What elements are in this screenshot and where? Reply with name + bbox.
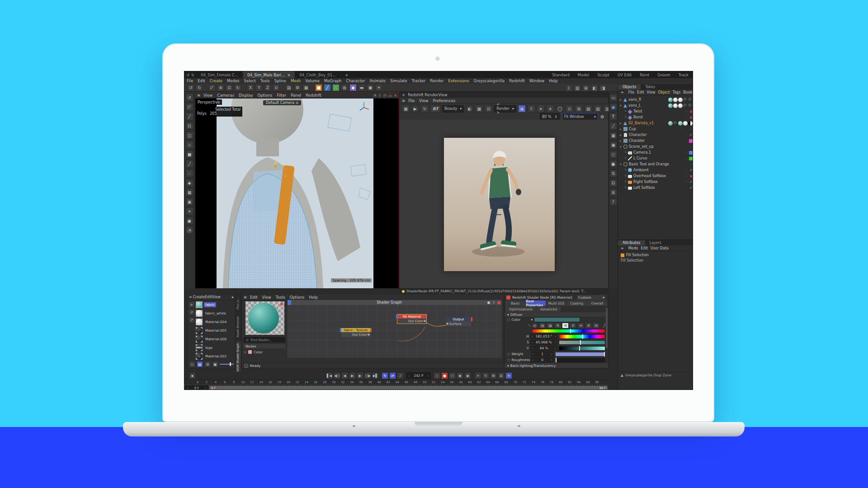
- objects-menu-bookmarks[interactable]: Bookmarks: [682, 90, 693, 94]
- attributes-menu-edit[interactable]: Edit: [640, 246, 650, 250]
- texture-sphere-icon[interactable]: [678, 121, 683, 126]
- shader-graph-menu-edit[interactable]: Edit: [248, 295, 259, 300]
- backlighting-section-header[interactable]: ▾ Back-lighting/Translucency: [505, 363, 608, 368]
- tab-advanced[interactable]: Advanced: [537, 306, 561, 312]
- add-material-button[interactable]: +: [189, 301, 195, 308]
- menu-simulate[interactable]: Simulate: [388, 79, 410, 83]
- tree-row[interactable]: ▸Character··✓: [618, 132, 693, 138]
- expand-icon[interactable]: ▾: [620, 163, 623, 166]
- viewport-menu-filter[interactable]: Filter: [274, 93, 288, 98]
- tree-row[interactable]: ▾vans_L··: [618, 103, 693, 108]
- redo-icon[interactable]: ↻: [191, 73, 196, 77]
- expand-icon[interactable]: ▸: [620, 133, 623, 137]
- greyscalegorilla-drop-zone[interactable]: ▲ Greyscalegorilla Drop Zone: [618, 371, 693, 378]
- image-icon[interactable]: ▨: [547, 323, 553, 328]
- start-render-icon[interactable]: ▦: [402, 105, 410, 113]
- light-tool-icon[interactable]: ✳: [375, 84, 382, 91]
- axis-icon[interactable]: ⊹: [186, 141, 193, 149]
- pen-icon[interactable]: ╱: [186, 160, 193, 168]
- menu-render[interactable]: Render: [428, 79, 446, 83]
- texture-sphere-icon[interactable]: [683, 98, 688, 102]
- cube3d-icon[interactable]: ◼: [610, 103, 617, 111]
- visibility-dots-icon[interactable]: ··: [686, 180, 689, 184]
- sliders-icon[interactable]: ⊟: [593, 323, 599, 328]
- material-menu-edit[interactable]: Edit: [205, 295, 212, 299]
- attributes-menu-user-data[interactable]: User Data: [649, 246, 670, 250]
- anim-dot-icon[interactable]: ○: [507, 358, 510, 362]
- layers-icon[interactable]: ≣: [610, 189, 617, 196]
- layer-swatch[interactable]: [689, 157, 693, 160]
- loop-button[interactable]: ↻: [382, 372, 388, 379]
- roughness-field[interactable]: ‹0›: [531, 357, 554, 362]
- range-start-field[interactable]: ‹0 F›: [185, 385, 208, 390]
- document-tab[interactable]: 04_Sim_Male Bari...×: [243, 71, 295, 78]
- hamburger-icon[interactable]: ≡: [619, 90, 625, 94]
- visibility-dots-icon[interactable]: ··: [685, 110, 688, 113]
- menu-mesh[interactable]: Mesh: [288, 79, 303, 83]
- tree-row[interactable]: └L Curve··: [618, 155, 693, 161]
- renderview-canvas[interactable]: [400, 120, 608, 288]
- saturation-slider[interactable]: [559, 340, 605, 345]
- objects-menu-file[interactable]: File: [627, 90, 636, 94]
- visibility-dots-icon[interactable]: ··: [663, 104, 665, 108]
- output-port[interactable]: [368, 333, 370, 336]
- camera-label[interactable]: Default Camera ⊙: [263, 100, 301, 105]
- compare-arrows-icon[interactable]: ⤡: [528, 324, 530, 328]
- tab-multi-sss[interactable]: Multi-SSS: [546, 300, 566, 306]
- find-nodes-input[interactable]: ⊙ Find Nodes...: [244, 337, 285, 343]
- material-name[interactable]: Material.004: [204, 319, 228, 324]
- light-icon[interactable]: ✳: [186, 207, 193, 215]
- texture-sphere-icon[interactable]: [673, 98, 678, 102]
- workspace-tab-sculpt[interactable]: Sculpt: [593, 73, 613, 77]
- input-port[interactable]: [446, 323, 448, 325]
- material-item[interactable]: ~Material.002: [196, 352, 235, 361]
- tab-base-properties[interactable]: Base Properties: [526, 300, 546, 306]
- workspace-tab-model[interactable]: Model: [574, 73, 594, 77]
- tab-objects[interactable]: Objects: [618, 84, 641, 89]
- object-name[interactable]: Bend: [633, 115, 643, 119]
- fit-dropdown[interactable]: Fit Window▾: [562, 113, 598, 120]
- anim-dot-icon[interactable]: ○: [507, 352, 510, 356]
- next-frame-button[interactable]: ▶: [357, 372, 363, 379]
- material-thumbnail[interactable]: [196, 319, 203, 325]
- rotate-tool-icon[interactable]: ↻: [234, 84, 241, 91]
- mirror-icon[interactable]: ◫: [186, 131, 193, 139]
- more-arrow-icon[interactable]: ▸: [232, 295, 234, 299]
- region-toggle[interactable]: ▣: [518, 105, 526, 113]
- material-item[interactable]: Material.005: [196, 326, 235, 335]
- edit-render-icon[interactable]: ▦: [302, 84, 310, 91]
- tag-icon[interactable]: ◔: [186, 226, 193, 234]
- h-value-field[interactable]: ‹181.053 °›: [530, 334, 557, 339]
- material-thumbnail[interactable]: ~: [196, 353, 203, 360]
- tab-overall[interactable]: Overall: [587, 300, 607, 306]
- layout-grid-icon[interactable]: ⊞: [582, 84, 590, 92]
- history-icon[interactable]: ◷: [383, 93, 386, 98]
- previous-frame-button[interactable]: ◀: [341, 372, 348, 379]
- hamburger-icon[interactable]: ≡: [619, 246, 625, 250]
- snapshot-icon[interactable]: ▤: [594, 105, 602, 113]
- redo-icon[interactable]: ↻: [196, 84, 203, 91]
- render-target-dropdown[interactable]: < Render >▾: [494, 105, 516, 113]
- compact-icon[interactable]: ≡: [577, 323, 584, 328]
- tree-row[interactable]: └Left Softbox··✓: [618, 185, 693, 191]
- object-name[interactable]: Overhead Softbox: [633, 174, 666, 178]
- object-name[interactable]: Basic Teal and Orange: [629, 162, 669, 166]
- material-thumbnail[interactable]: [196, 327, 203, 334]
- hue-slider[interactable]: [559, 334, 605, 339]
- chevron-down-icon[interactable]: ▾: [531, 318, 533, 322]
- arrows-icon[interactable]: ⇅: [610, 170, 617, 177]
- help-icon[interactable]: ?: [610, 198, 617, 206]
- undo-icon[interactable]: ↺: [187, 84, 194, 91]
- pick-icon[interactable]: ↗: [189, 317, 195, 323]
- material-thumbnail[interactable]: [196, 301, 203, 308]
- visibility-dots-icon[interactable]: ··: [686, 169, 689, 172]
- field-icon[interactable]: ◍: [341, 84, 348, 91]
- visibility-dots-icon[interactable]: ··: [663, 122, 665, 125]
- floor-icon[interactable]: ▬: [358, 84, 365, 91]
- visibility-dots-icon[interactable]: ··: [685, 139, 688, 143]
- menu-animate[interactable]: Animate: [367, 79, 388, 83]
- tree-row[interactable]: ▸02_Barista_v1··: [618, 120, 693, 126]
- tab-layers[interactable]: Layers: [645, 240, 666, 245]
- download-icon[interactable]: ⇩: [378, 93, 381, 98]
- texture-sphere-icon[interactable]: [673, 103, 678, 108]
